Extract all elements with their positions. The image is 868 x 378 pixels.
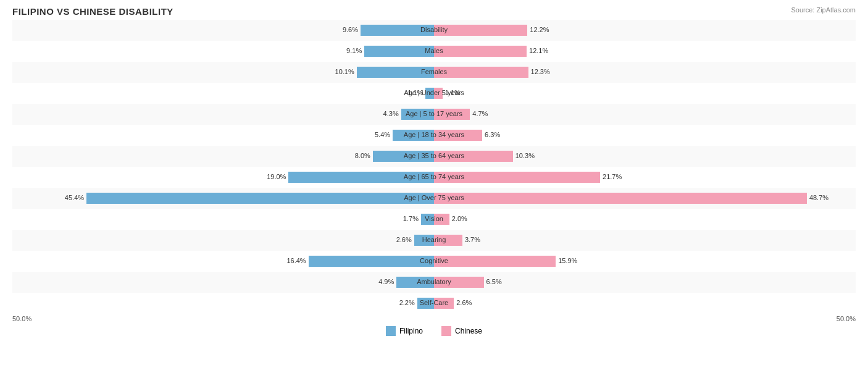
chart-row: Age | 5 to 17 years4.3%4.7% xyxy=(12,104,856,125)
value-chinese: 6.3% xyxy=(485,131,500,138)
chart-row: Age | 65 to 74 years19.0%21.7% xyxy=(12,167,856,188)
chart-row: Age | Under 5 years1.1%1.1% xyxy=(12,83,856,104)
value-filipino: 16.4% xyxy=(286,257,306,264)
row-label: Self-Care xyxy=(420,299,448,306)
row-label: Age | 65 to 74 years xyxy=(404,173,464,180)
filipino-label: Filipino xyxy=(399,327,423,335)
row-label: Ambulatory xyxy=(417,278,451,285)
axis-labels: 50.0% 50.0% xyxy=(12,315,856,322)
value-chinese: 10.3% xyxy=(515,152,535,159)
row-label: Males xyxy=(425,47,443,54)
value-filipino: 45.4% xyxy=(65,194,84,201)
bar-filipino xyxy=(86,193,434,204)
source-label: Source: ZipAtlas.com xyxy=(791,6,856,14)
row-label: Females xyxy=(421,68,447,75)
chart-row: Males9.1%12.1% xyxy=(12,41,856,62)
value-filipino: 4.9% xyxy=(378,278,394,285)
chart-row: Cognitive16.4%15.9% xyxy=(12,251,856,272)
value-chinese: 2.6% xyxy=(456,299,472,306)
axis-left: 50.0% xyxy=(12,315,31,322)
value-chinese: 15.9% xyxy=(558,257,577,264)
row-label: Age | 5 to 17 years xyxy=(406,110,462,117)
row-label: Cognitive xyxy=(420,257,448,264)
value-chinese: 48.7% xyxy=(809,194,828,201)
value-chinese: 12.2% xyxy=(530,26,549,33)
row-label: Hearing xyxy=(422,236,446,243)
chart-area: Disability9.6%12.2%Males9.1%12.1%Females… xyxy=(12,20,856,314)
value-filipino: 1.7% xyxy=(403,215,419,222)
bar-filipino xyxy=(364,46,434,57)
value-chinese: 6.5% xyxy=(486,278,502,285)
chart-row: Age | 18 to 34 years5.4%6.3% xyxy=(12,125,856,146)
value-chinese: 3.7% xyxy=(465,236,480,243)
chinese-label: Chinese xyxy=(455,327,482,335)
value-chinese: 4.7% xyxy=(472,110,488,117)
chart-row: Self-Care2.2%2.6% xyxy=(12,293,856,314)
bar-chinese xyxy=(434,46,527,57)
bar-chinese xyxy=(434,193,807,204)
value-chinese: 12.1% xyxy=(529,47,548,54)
bar-chinese xyxy=(434,25,527,36)
value-filipino: 19.0% xyxy=(267,173,286,180)
chart-row: Hearing2.6%3.7% xyxy=(12,230,856,251)
bar-filipino xyxy=(309,256,434,267)
value-chinese: 2.0% xyxy=(452,215,467,222)
value-filipino: 5.4% xyxy=(375,131,390,138)
bar-chinese xyxy=(434,67,528,78)
value-filipino: 2.2% xyxy=(399,299,415,306)
value-filipino: 8.0% xyxy=(355,152,370,159)
chart-row: Age | Over 75 years45.4%48.7% xyxy=(12,188,856,209)
legend-filipino: Filipino xyxy=(386,326,423,336)
chart-title: FILIPINO VS CHINESE DISABILITY xyxy=(12,6,856,17)
chinese-color-box xyxy=(441,326,451,336)
chart-container: FILIPINO VS CHINESE DISABILITY Source: Z… xyxy=(0,0,868,378)
value-filipino: 2.6% xyxy=(396,236,412,243)
row-label: Disability xyxy=(420,26,448,33)
row-label: Vision xyxy=(425,215,443,222)
chart-row: Ambulatory4.9%6.5% xyxy=(12,272,856,293)
value-filipino: 9.1% xyxy=(346,47,362,54)
bar-chinese xyxy=(434,256,556,267)
chart-row: Females10.1%12.3% xyxy=(12,62,856,83)
legend-chinese: Chinese xyxy=(441,326,482,336)
row-label: Age | Over 75 years xyxy=(404,194,464,201)
value-chinese: 12.3% xyxy=(531,68,550,75)
axis-right: 50.0% xyxy=(837,315,856,322)
row-label: Age | Under 5 years xyxy=(404,89,464,96)
chart-row: Age | 35 to 64 years8.0%10.3% xyxy=(12,146,856,167)
value-filipino: 10.1% xyxy=(335,68,354,75)
value-filipino: 4.3% xyxy=(383,110,399,117)
value-filipino: 9.6% xyxy=(343,26,358,33)
row-label: Age | 35 to 64 years xyxy=(404,152,464,159)
legend: Filipino Chinese xyxy=(12,326,856,336)
row-label: Age | 18 to 34 years xyxy=(404,131,464,138)
filipino-color-box xyxy=(386,326,396,336)
chart-row: Vision1.7%2.0% xyxy=(12,209,856,230)
value-chinese: 21.7% xyxy=(603,173,622,180)
chart-row: Disability9.6%12.2% xyxy=(12,20,856,41)
